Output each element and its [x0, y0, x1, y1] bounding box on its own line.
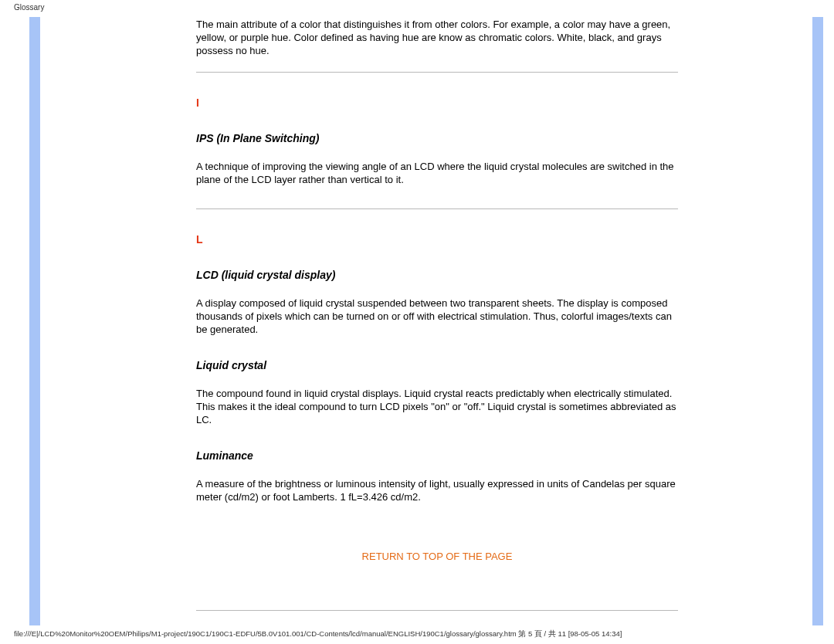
section-letter-l: L	[196, 232, 678, 246]
hue-definition-continued: The main attribute of a color that disti…	[196, 19, 678, 58]
left-blue-bar	[29, 17, 40, 625]
return-to-top-link[interactable]: RETURN TO TOP OF THE PAGE	[196, 551, 678, 564]
def-liquid-crystal: The compound found in liquid crystal dis…	[196, 388, 678, 427]
def-luminance: A measure of the brightness or luminous …	[196, 478, 678, 504]
page-header-label: Glossary	[14, 3, 44, 12]
divider	[196, 208, 678, 209]
def-lcd: A display composed of liquid crystal sus…	[196, 297, 678, 337]
term-liquid-crystal: Liquid crystal	[196, 358, 678, 372]
term-luminance: Luminance	[196, 449, 678, 463]
term-lcd: LCD (liquid crystal display)	[196, 268, 678, 282]
term-ips: IPS (In Plane Switching)	[196, 131, 678, 145]
left-margin	[40, 17, 196, 625]
footer-path: file:///E|/LCD%20Monitor%20OEM/Philips/M…	[14, 629, 820, 639]
divider	[196, 610, 678, 611]
section-letter-i: I	[196, 96, 678, 110]
content-area: The main attribute of a color that disti…	[196, 17, 809, 625]
divider	[196, 72, 678, 73]
page-body: The main attribute of a color that disti…	[29, 17, 823, 625]
def-ips: A technique of improving the viewing ang…	[196, 161, 678, 187]
right-blue-bar	[812, 17, 823, 625]
